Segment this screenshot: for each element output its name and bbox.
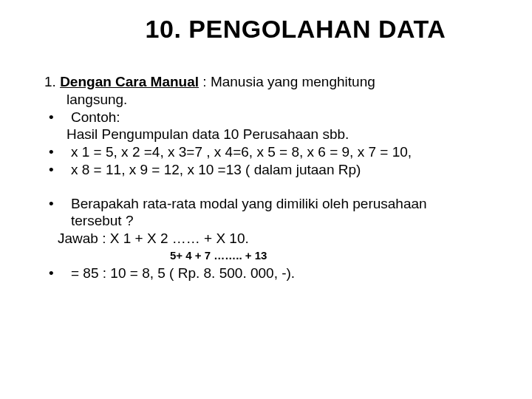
small-sum: 5+ 4 + 7 …….. + 13	[170, 249, 495, 263]
line: Berapakah rata-rata modal yang dimiliki …	[71, 196, 427, 211]
item-1-cont: langsung.	[66, 91, 495, 109]
bullet-dot: •	[44, 109, 71, 126]
item-lead: Dengan Cara Manual	[60, 74, 199, 89]
answer-line: Jawab : X 1 + X 2 …… + X 10.	[58, 230, 495, 248]
bullet-item: • Contoh:	[44, 109, 495, 126]
bullet-text: = 85 : 10 = 8, 5 ( Rp. 8. 500. 000, -).	[71, 265, 495, 282]
bullet-item: • x 1 = 5, x 2 =4, x 3=7 , x 4=6, x 5 = …	[44, 143, 495, 161]
bullet-text: Contoh:	[71, 109, 495, 126]
bullet-dot: •	[44, 195, 71, 213]
bullet-item: • x 8 = 11, x 9 = 12, x 10 =13 ( dalam j…	[44, 161, 495, 179]
line: tersebut ?	[71, 213, 134, 228]
bullet-cont: Hasil Pengumpulan data 10 Perusahaan sbb…	[66, 126, 495, 143]
numbered-item-1: 1. Dengan Cara Manual : Manusia yang men…	[44, 73, 495, 91]
item-rest: : Manusia yang menghitung	[199, 74, 375, 89]
bullet-item: • Berapakah rata-rata modal yang dimilik…	[44, 195, 495, 231]
bullet-dot: •	[44, 143, 71, 161]
bullet-item: • = 85 : 10 = 8, 5 ( Rp. 8. 500. 000, -)…	[44, 265, 495, 282]
item-number: 1.	[44, 74, 60, 89]
slide-title: 10. PENGOLAHAN DATA	[89, 15, 502, 44]
bullet-text: x 8 = 11, x 9 = 12, x 10 =13 ( dalam jut…	[71, 161, 495, 179]
bullet-dot: •	[44, 161, 71, 179]
content-block: 1. Dengan Cara Manual : Manusia yang men…	[44, 73, 495, 282]
bullet-dot: •	[44, 265, 71, 282]
slide: 10. PENGOLAHAN DATA 1. Dengan Cara Manua…	[0, 0, 532, 399]
bullet-text: x 1 = 5, x 2 =4, x 3=7 , x 4=6, x 5 = 8,…	[71, 143, 495, 161]
bullet-text: Berapakah rata-rata modal yang dimiliki …	[71, 195, 495, 231]
spacer	[44, 179, 495, 195]
